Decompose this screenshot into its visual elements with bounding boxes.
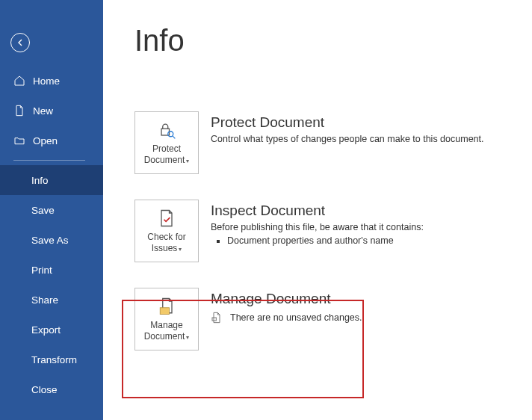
svg-rect-4 <box>212 318 216 321</box>
protect-title: Protect Document <box>211 114 484 131</box>
inspect-issue-text: Document properties and author's name <box>227 235 394 246</box>
manage-document-section: Manage Document▾ Manage Document There a… <box>134 288 532 350</box>
manage-document-button[interactable]: Manage Document▾ <box>134 288 199 350</box>
back-button[interactable] <box>10 33 30 52</box>
unsaved-doc-icon <box>211 312 223 324</box>
document-check-icon <box>156 208 177 229</box>
sidebar-item-open[interactable]: Open <box>0 126 103 155</box>
sidebar-item-label: Print <box>31 265 52 276</box>
sidebar-item-label: Home <box>33 75 60 87</box>
sidebar-item-home[interactable]: Home <box>0 66 103 96</box>
dropdown-caret-icon: ▾ <box>186 334 189 341</box>
sidebar-item-transform[interactable]: Transform <box>0 345 103 374</box>
lock-search-icon <box>156 120 177 140</box>
tile-label: Protect Document <box>144 143 185 165</box>
sidebar-item-label: Transform <box>31 354 77 365</box>
folder-open-icon <box>13 135 25 146</box>
svg-point-1 <box>168 132 173 137</box>
backstage-sidebar: Home New Open Info Save Save As Print Sh… <box>0 0 103 420</box>
sidebar-item-label: Export <box>31 324 61 336</box>
svg-line-2 <box>173 136 176 139</box>
sidebar-item-label: Open <box>33 135 58 146</box>
inspect-document-section: Check for Issues▾ Inspect Document Befor… <box>134 200 532 262</box>
sidebar-item-label: Close <box>31 384 58 395</box>
sidebar-divider <box>13 160 85 161</box>
inspect-desc: Before publishing this file, be aware th… <box>211 222 424 232</box>
inspect-issue-item: Document properties and author's name <box>227 235 424 246</box>
document-folder-icon <box>156 296 177 317</box>
sidebar-item-label: Info <box>31 175 49 186</box>
protect-document-section: Protect Document▾ Protect Document Contr… <box>134 111 532 174</box>
sidebar-item-label: Save As <box>31 235 69 246</box>
svg-rect-3 <box>160 308 169 315</box>
tile-label: Manage Document <box>144 320 185 342</box>
home-icon <box>13 75 25 87</box>
manage-status-text: There are no unsaved changes. <box>230 312 362 323</box>
manage-status-row: There are no unsaved changes. <box>211 312 362 324</box>
inspect-issues-list: Document properties and author's name <box>211 235 424 246</box>
sidebar-item-label: Share <box>31 294 58 306</box>
dropdown-caret-icon: ▾ <box>186 158 189 164</box>
inspect-title: Inspect Document <box>211 203 424 219</box>
page-title: Info <box>134 24 532 58</box>
back-arrow-icon <box>14 37 26 49</box>
check-for-issues-button[interactable]: Check for Issues▾ <box>134 200 199 262</box>
protect-desc: Control what types of changes people can… <box>211 134 484 144</box>
sidebar-item-print[interactable]: Print <box>0 255 103 285</box>
sidebar-item-share[interactable]: Share <box>0 285 103 315</box>
sidebar-item-new[interactable]: New <box>0 96 103 126</box>
sidebar-item-label: New <box>33 105 53 117</box>
sidebar-item-info[interactable]: Info <box>0 165 103 195</box>
protect-document-button[interactable]: Protect Document▾ <box>134 111 199 174</box>
sidebar-item-export[interactable]: Export <box>0 315 103 345</box>
sidebar-item-save-as[interactable]: Save As <box>0 225 103 255</box>
sidebar-item-label: Save <box>31 205 55 216</box>
dropdown-caret-icon: ▾ <box>179 246 182 253</box>
file-icon <box>13 105 25 117</box>
info-panel: Info Protect Document▾ Protect Document … <box>103 0 532 420</box>
sidebar-item-close[interactable]: Close <box>0 374 103 404</box>
manage-title: Manage Document <box>211 291 362 307</box>
sidebar-item-save[interactable]: Save <box>0 195 103 225</box>
